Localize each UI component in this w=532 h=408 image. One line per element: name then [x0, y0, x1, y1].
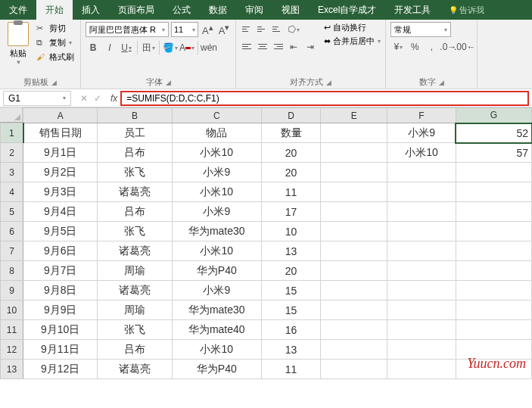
- cell[interactable]: [387, 261, 456, 281]
- align-left-button[interactable]: [241, 39, 254, 53]
- row-header[interactable]: 1: [1, 123, 23, 143]
- cell[interactable]: 9月2日: [23, 163, 98, 182]
- cell[interactable]: 小米9: [172, 163, 261, 182]
- row-header[interactable]: 9: [1, 281, 23, 301]
- accounting-button[interactable]: ¥▾: [390, 39, 406, 55]
- cell[interactable]: [456, 163, 531, 182]
- tab-view[interactable]: 视图: [272, 0, 309, 20]
- cell[interactable]: 小米10: [172, 182, 261, 202]
- col-header-b[interactable]: B: [98, 108, 172, 123]
- spreadsheet-grid[interactable]: A B C D E F G 1 销售日期 员工 物品 数量 小米9 522 9月…: [0, 107, 532, 379]
- underline-button[interactable]: U▾: [119, 40, 134, 55]
- cell[interactable]: [387, 182, 456, 202]
- row-header[interactable]: 5: [1, 202, 23, 222]
- decrease-indent-button[interactable]: ⇤: [286, 39, 301, 55]
- cell[interactable]: [321, 143, 387, 163]
- cell[interactable]: [456, 340, 531, 360]
- copy-button[interactable]: ⧉复制▾: [35, 36, 76, 49]
- cell[interactable]: 员工: [98, 123, 172, 143]
- cell[interactable]: 20: [261, 261, 320, 281]
- cell[interactable]: [456, 182, 531, 202]
- cell[interactable]: 9月4日: [23, 202, 98, 222]
- cell[interactable]: [321, 123, 387, 143]
- tab-formulas[interactable]: 公式: [163, 0, 200, 20]
- cell[interactable]: 小米10: [387, 143, 456, 163]
- row-header[interactable]: 2: [1, 143, 23, 163]
- cell[interactable]: [456, 320, 531, 340]
- cell[interactable]: 9月12日: [23, 360, 98, 379]
- cell[interactable]: 小米10: [172, 340, 261, 360]
- comma-button[interactable]: ,: [424, 39, 439, 55]
- bold-button[interactable]: B: [86, 40, 101, 55]
- cell[interactable]: 吕布: [98, 340, 172, 360]
- paste-button[interactable]: 粘贴 ▼: [5, 22, 32, 66]
- fill-color-button[interactable]: 🪣▾: [163, 40, 178, 55]
- align-middle-button[interactable]: [256, 22, 269, 36]
- cell[interactable]: 吕布: [98, 202, 172, 222]
- cell[interactable]: 销售日期: [23, 123, 98, 143]
- cell[interactable]: [321, 320, 387, 340]
- cell[interactable]: 9月1日: [23, 143, 98, 163]
- select-all-corner[interactable]: [0, 107, 23, 123]
- cell[interactable]: 9月6日: [23, 241, 98, 261]
- cell[interactable]: [387, 340, 456, 360]
- cell[interactable]: 15: [261, 301, 320, 320]
- cell[interactable]: 11: [261, 182, 320, 202]
- decrease-font-button[interactable]: A▾: [217, 23, 232, 36]
- cell[interactable]: [321, 261, 387, 281]
- cell[interactable]: 物品: [172, 123, 261, 143]
- col-header-g[interactable]: G: [456, 108, 531, 123]
- col-header-c[interactable]: C: [172, 108, 261, 123]
- cell[interactable]: [321, 281, 387, 301]
- col-header-a[interactable]: A: [23, 108, 98, 123]
- cell[interactable]: [387, 301, 456, 320]
- cell[interactable]: [456, 202, 531, 222]
- cell[interactable]: [456, 261, 531, 281]
- cell[interactable]: [321, 241, 387, 261]
- cell[interactable]: 华为P40: [172, 261, 261, 281]
- cell[interactable]: 吕布: [98, 143, 172, 163]
- tell-me[interactable]: 告诉我: [440, 0, 493, 20]
- percent-button[interactable]: %: [407, 39, 422, 55]
- cell[interactable]: [456, 241, 531, 261]
- cell[interactable]: [387, 222, 456, 241]
- row-header[interactable]: 4: [1, 182, 23, 202]
- align-top-button[interactable]: [241, 22, 254, 36]
- name-box[interactable]: G1▾: [3, 91, 71, 106]
- formula-input[interactable]: =SUMIFS(D:D,C:C,F1): [120, 91, 529, 106]
- cell[interactable]: 15: [261, 281, 320, 301]
- cell[interactable]: 16: [261, 320, 320, 340]
- cell[interactable]: 华为mate30: [172, 222, 261, 241]
- cell[interactable]: [387, 241, 456, 261]
- cell[interactable]: 9月8日: [23, 281, 98, 301]
- tab-data[interactable]: 数据: [200, 0, 236, 20]
- cell[interactable]: [321, 163, 387, 182]
- enter-formula-button[interactable]: ✓: [94, 93, 101, 104]
- cell[interactable]: 诸葛亮: [98, 281, 172, 301]
- cell[interactable]: [456, 281, 531, 301]
- dialog-launcher-icon[interactable]: ◢: [326, 79, 331, 86]
- font-size-select[interactable]: 11▾: [171, 22, 198, 37]
- tab-layout[interactable]: 页面布局: [109, 0, 163, 20]
- dialog-launcher-icon[interactable]: ◢: [439, 79, 444, 86]
- cell[interactable]: [321, 360, 387, 379]
- decrease-decimal-button[interactable]: .00←: [457, 39, 472, 55]
- cell[interactable]: 9月7日: [23, 261, 98, 281]
- cell[interactable]: 华为P40: [172, 360, 261, 379]
- cell[interactable]: [321, 301, 387, 320]
- cell[interactable]: 11: [261, 360, 320, 379]
- cell[interactable]: 诸葛亮: [98, 182, 172, 202]
- cell[interactable]: 13: [261, 241, 320, 261]
- number-format-select[interactable]: 常规▾: [390, 22, 451, 37]
- cell[interactable]: 张飞: [98, 222, 172, 241]
- row-header[interactable]: 8: [1, 261, 23, 281]
- col-header-f[interactable]: F: [387, 108, 456, 123]
- border-button[interactable]: 田▾: [141, 40, 156, 55]
- italic-button[interactable]: I: [102, 40, 117, 55]
- cell[interactable]: 9月10日: [23, 320, 98, 340]
- cell[interactable]: 20: [261, 163, 320, 182]
- cell[interactable]: 诸葛亮: [98, 241, 172, 261]
- wrap-text-button[interactable]: ↩自动换行: [324, 22, 381, 33]
- cell[interactable]: 诸葛亮: [98, 360, 172, 379]
- cell[interactable]: [387, 163, 456, 182]
